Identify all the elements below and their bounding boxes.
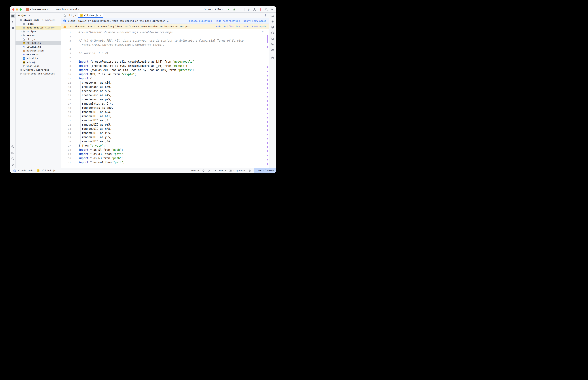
chevron-down-icon[interactable]: › [17, 19, 19, 21]
fullscreen-window-button[interactable] [20, 8, 22, 11]
code-line[interactable]: 18 randomBytes as bn0, [61, 106, 269, 110]
line-number[interactable]: 17 [61, 102, 73, 106]
code-line[interactable]: 5// Version: 1.0.24 [61, 51, 269, 56]
code-line[interactable]: 3// (c) Anthropic PBC. All rights reserv… [61, 39, 269, 43]
run-tool-icon[interactable] [11, 145, 15, 149]
more-actions-icon[interactable]: ⋮ [239, 8, 242, 11]
code-line[interactable]: 29import * as a30 from "path"; [61, 152, 269, 156]
change-marker[interactable] [267, 113, 268, 114]
line-number[interactable]: 3 [61, 39, 73, 43]
tree-item-scratches-and-consoles[interactable]: ›Scratches and Consoles [16, 72, 61, 76]
change-marker[interactable] [267, 142, 268, 144]
line-number[interactable]: 11 [61, 76, 73, 81]
code-line[interactable]: 27} from "crypto"; [61, 144, 269, 148]
vcs-widget[interactable]: Version control › [55, 7, 81, 11]
tab-options-icon[interactable]: ⋮ [262, 13, 269, 18]
change-marker[interactable] [267, 150, 268, 152]
memory-indicator[interactable]: 2376 of 4900M [254, 168, 276, 173]
indent-widget[interactable]: 2 spaces* [229, 169, 245, 172]
close-tab-icon[interactable]: × [100, 14, 101, 17]
change-marker[interactable] [267, 104, 268, 106]
change-marker[interactable] [267, 46, 268, 48]
code-line[interactable]: 19 randomUUID as A2A, [61, 110, 269, 114]
line-number[interactable]: 5 [61, 51, 73, 56]
chevron-right-icon[interactable]: › [20, 34, 22, 37]
debug-button[interactable] [233, 8, 236, 11]
tree-item-cli-js[interactable]: 10JScli.js [16, 37, 61, 41]
change-marker[interactable] [267, 100, 268, 102]
tree-item-package-json[interactable]: {}package.json [16, 49, 61, 53]
tree-item-scripts[interactable]: ›scripts [16, 30, 61, 33]
terminal-tool-icon[interactable] [11, 151, 15, 155]
code-line[interactable]: 13 createHash as xr9, [61, 85, 269, 89]
line-number[interactable]: 27 [61, 144, 73, 148]
code-line[interactable]: 28import * as Sl from "path"; [61, 148, 269, 152]
close-window-button[interactable] [12, 8, 14, 11]
readonly-icon[interactable] [208, 169, 211, 172]
line-number[interactable]: 15 [61, 93, 73, 97]
code-line[interactable]: 23 randomUUID as nF5, [61, 127, 269, 131]
change-marker[interactable] [267, 83, 268, 85]
line-number[interactable]: 8 [61, 64, 73, 68]
chevron-right-icon[interactable]: › [20, 23, 22, 25]
banner-action-choose-direction[interactable]: Choose direction [189, 19, 212, 22]
line-number[interactable]: 23 [61, 127, 73, 131]
settings-icon[interactable] [270, 8, 274, 11]
collaboration-icon[interactable] [270, 48, 275, 52]
notifications-icon[interactable] [270, 14, 275, 18]
profile-icon[interactable] [253, 8, 256, 11]
line-number[interactable]: 9 [61, 68, 73, 72]
change-marker[interactable] [267, 92, 268, 93]
tree-item-cli-bak-js[interactable]: JScli-bak.js [16, 41, 61, 45]
code-line[interactable]: 11import { [61, 76, 269, 81]
code-line[interactable]: 17 randomBytes as O_4, [61, 102, 269, 106]
lock-icon[interactable] [248, 169, 251, 172]
tab-cli-bak-js[interactable]: JScli-bak.js× [78, 13, 103, 18]
change-marker[interactable] [267, 75, 268, 76]
code-line[interactable]: 21 randomUUID as j0, [61, 118, 269, 123]
line-number[interactable]: 24 [61, 131, 73, 135]
project-tool-icon[interactable] [11, 14, 15, 18]
change-marker[interactable] [267, 66, 268, 68]
line-number[interactable] [61, 43, 73, 47]
line-number[interactable]: 1 [61, 30, 73, 35]
change-marker[interactable] [267, 129, 268, 131]
tree-item-yoga-wasm[interactable]: yoga.wasm [16, 64, 61, 68]
code-line[interactable]: 1#!/usr/bin/env -S node --no-warnings --… [61, 30, 269, 35]
more-tool-windows-icon[interactable] [11, 32, 15, 36]
ai-assistant-icon[interactable] [270, 19, 275, 24]
line-number[interactable]: 22 [61, 123, 73, 127]
code-line[interactable]: 10import MK9, * as HA1 from "crypto"; [61, 72, 269, 76]
profiler-icon[interactable] [270, 31, 275, 35]
code-line[interactable]: 20 randomUUID as ht1, [61, 114, 269, 118]
caret-position[interactable]: 266:36 [191, 169, 199, 172]
version-control-tool-icon[interactable] [11, 163, 15, 167]
tree-item-vendor[interactable]: ›vendor [16, 33, 61, 37]
structure-tool-icon[interactable] [11, 26, 15, 30]
line-number[interactable]: 26 [61, 139, 73, 144]
code-line[interactable]: 2 [61, 35, 269, 39]
line-number[interactable]: 12 [61, 81, 73, 85]
change-marker[interactable] [267, 146, 268, 148]
code-line[interactable]: 4 [61, 47, 269, 51]
code-line[interactable]: 6 [61, 56, 269, 60]
tree-item-idea[interactable]: ›.idea [16, 22, 61, 26]
line-number[interactable]: 19 [61, 110, 73, 114]
line-number[interactable]: 29 [61, 152, 73, 156]
project-panel-header[interactable]: Project › [16, 13, 61, 18]
services-icon[interactable] [270, 42, 275, 46]
change-marker[interactable] [267, 121, 268, 123]
plugins-icon[interactable] [270, 36, 275, 41]
line-number[interactable]: 30 [61, 156, 73, 160]
banner-action-don-t-show-again[interactable]: Don't show again [243, 19, 266, 22]
line-number[interactable]: 16 [61, 97, 73, 102]
change-marker[interactable] [267, 79, 268, 81]
code-line[interactable]: 12 createHash as xS4, [61, 81, 269, 85]
line-number[interactable]: 21 [61, 118, 73, 123]
banner-action-hide-notification[interactable]: Hide notification [216, 25, 240, 28]
change-marker[interactable] [267, 163, 268, 165]
problems-tool-icon[interactable] [11, 157, 15, 161]
tree-item-sdk-mjs[interactable]: JSsdk.mjs [16, 60, 61, 64]
code-line[interactable]: 7import {createRequire as sj2, createReq… [61, 60, 269, 64]
commit-tool-icon[interactable] [11, 20, 15, 24]
